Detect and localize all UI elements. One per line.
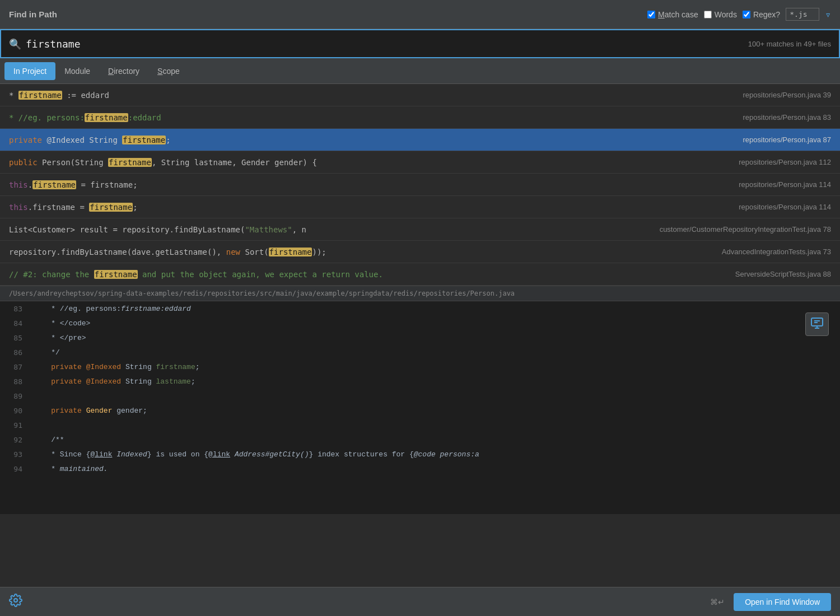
search-icon: 🔍 [9, 38, 21, 50]
tab-directory[interactable]: Directory [99, 62, 148, 80]
result-location: repositories/Person.java 39 [743, 91, 831, 99]
line-content [34, 421, 38, 430]
line-number: 87 [0, 363, 34, 371]
result-code: private @Indexed String firstname; [9, 136, 734, 144]
line-content: * //eg. persons:firstname:eddard [34, 305, 191, 313]
code-line: 83 * //eg. persons:firstname:eddard [0, 301, 840, 316]
filepath-bar: /Users/andreycheptsov/spring-data-exampl… [0, 286, 840, 301]
header-options: Match case Words Regex? ▿ [647, 8, 831, 21]
line-content: private @Indexed String lastname; [34, 377, 195, 386]
result-location: AdvancedIntegrationTests.java 73 [722, 248, 831, 256]
preview-toggle-icon[interactable] [805, 312, 829, 336]
file-path: /Users/andreycheptsov/spring-data-exampl… [9, 290, 515, 297]
result-code: public Person(String firstname, String l… [9, 158, 730, 167]
tabs-bar: In Project Module Directory Scope [0, 58, 840, 84]
line-number: 94 [0, 465, 34, 473]
table-row[interactable]: * firstname := eddard repositories/Perso… [0, 84, 840, 106]
line-number: 90 [0, 407, 34, 415]
result-location: repositories/Person.java 83 [743, 113, 831, 122]
result-code: * firstname := eddard [9, 91, 734, 100]
result-location: repositories/Person.java 114 [739, 180, 831, 189]
match-case-checkbox[interactable] [647, 11, 655, 18]
line-number: 85 [0, 334, 34, 342]
search-results-count: 100+ matches in 49+ files [748, 40, 831, 48]
line-content [34, 392, 38, 400]
line-number: 86 [0, 348, 34, 357]
code-line: 91 [0, 418, 840, 432]
line-number: 89 [0, 392, 34, 400]
table-row[interactable]: List<Customer> result = repository.findB… [0, 218, 840, 241]
table-row[interactable]: private @Indexed String firstname; repos… [0, 129, 840, 151]
file-filter-input[interactable] [786, 8, 819, 21]
line-content: */ [34, 348, 60, 357]
keyboard-shortcut: ⌘↵ [710, 598, 725, 606]
code-line: 94 * maintained. [0, 461, 840, 476]
svg-point-1 [14, 599, 17, 602]
line-content: private Gender gender; [34, 407, 147, 415]
line-number: 83 [0, 305, 34, 313]
bottom-bar: ⌘↵ Open in Find Window [0, 587, 840, 616]
code-line: 92 /** [0, 432, 840, 447]
dialog-title: Find in Path [9, 10, 57, 19]
line-content: * Since {@link Indexed} is used on {@lin… [34, 450, 479, 459]
line-number: 92 [0, 436, 34, 444]
line-number: 93 [0, 450, 34, 459]
words-label: Words [715, 10, 737, 19]
line-number: 84 [0, 319, 34, 328]
regex-label: Regex? [753, 10, 780, 19]
result-location: customer/CustomerRepositoryIntegrationTe… [660, 225, 831, 234]
match-case-label: Match case [658, 10, 698, 19]
result-location: repositories/Person.java 87 [743, 136, 831, 144]
result-code: // #2: change the firstname and put the … [9, 270, 726, 279]
tab-in-project[interactable]: In Project [4, 62, 55, 80]
table-row[interactable]: this.firstname = firstname; repositories… [0, 196, 840, 218]
result-location: ServersideScriptTests.java 88 [735, 270, 831, 278]
result-location: repositories/Person.java 112 [739, 158, 831, 166]
result-code: this.firstname = firstname; [9, 203, 730, 212]
code-line: 89 [0, 389, 840, 403]
line-content: * </code> [34, 319, 90, 328]
table-row[interactable]: * //eg. persons:firstname:eddard reposit… [0, 106, 840, 129]
open-find-window-button[interactable]: Open in Find Window [734, 593, 831, 611]
match-case-option[interactable]: Match case [647, 10, 698, 19]
line-content: * </pre> [34, 334, 86, 342]
line-number: 91 [0, 421, 34, 430]
table-row[interactable]: repository.findByLastname(dave.getLastna… [0, 241, 840, 263]
regex-checkbox[interactable] [743, 11, 750, 18]
tab-scope[interactable]: Scope [148, 62, 189, 80]
code-preview: 83 * //eg. persons:firstname:eddard 84 *… [0, 301, 840, 514]
code-line: 84 * </code> [0, 316, 840, 330]
result-location: repositories/Person.java 114 [739, 203, 831, 211]
result-code: repository.findByLastname(dave.getLastna… [9, 248, 713, 256]
code-line: 93 * Since {@link Indexed} is used on {@… [0, 447, 840, 461]
header: Find in Path Match case Words Regex? ▿ [0, 0, 840, 29]
words-option[interactable]: Words [704, 10, 737, 19]
result-code: * //eg. persons:firstname:eddard [9, 113, 734, 122]
table-row[interactable]: this.firstname = firstname; repositories… [0, 174, 840, 196]
line-content: * maintained. [34, 465, 108, 473]
result-code: List<Customer> result = repository.findB… [9, 225, 651, 234]
filter-icon[interactable]: ▿ [825, 8, 831, 20]
code-line: 88 private @Indexed String lastname; [0, 374, 840, 389]
result-code: this.firstname = firstname; [9, 180, 730, 189]
code-line: 85 * </pre> [0, 330, 840, 345]
search-bar: 🔍 firstname 100+ matches in 49+ files [0, 29, 840, 58]
code-line: 90 private Gender gender; [0, 403, 840, 418]
code-line: 87 private @Indexed String firstname; [0, 360, 840, 374]
table-row[interactable]: // #2: change the firstname and put the … [0, 263, 840, 286]
code-line: 86 */ [0, 345, 840, 360]
tab-module[interactable]: Module [55, 62, 99, 80]
line-content: /** [34, 436, 64, 444]
line-number: 88 [0, 377, 34, 386]
results-list: * firstname := eddard repositories/Perso… [0, 84, 840, 286]
settings-icon[interactable] [9, 594, 22, 610]
bottom-right: ⌘↵ Open in Find Window [710, 593, 831, 611]
table-row[interactable]: public Person(String firstname, String l… [0, 151, 840, 174]
words-checkbox[interactable] [704, 11, 712, 18]
search-query[interactable]: firstname [26, 38, 748, 50]
regex-option[interactable]: Regex? [743, 10, 780, 19]
line-content: private @Indexed String firstname; [34, 363, 200, 371]
